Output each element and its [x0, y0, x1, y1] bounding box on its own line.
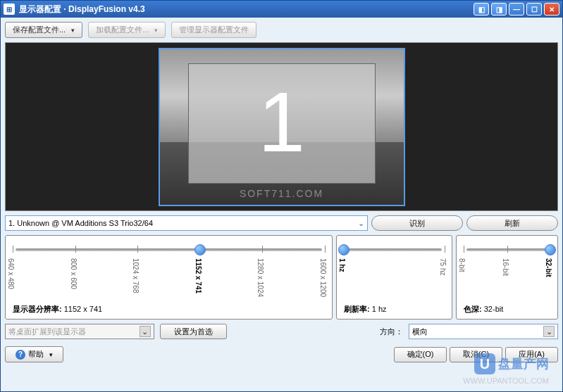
resolution-footer: 显示器分辨率: 1152 x 741	[13, 303, 325, 315]
refresh-rate-panel: 1 hz75 hz 刷新率: 1 hz	[336, 235, 452, 320]
color-depth-slider[interactable]: 8-bit16-bit32-bit	[464, 241, 550, 303]
load-profile-button[interactable]: 加载配置文件...	[88, 22, 166, 38]
refresh-button[interactable]: 刷新	[466, 215, 558, 231]
help-icon: ?	[16, 350, 25, 360]
apply-button[interactable]: 应用(A)	[505, 347, 558, 362]
refresh-rate-footer: 刷新率: 1 hz	[344, 303, 445, 315]
color-depth-thumb[interactable]	[545, 244, 556, 255]
color-depth-footer: 色深: 32-bit	[464, 303, 550, 315]
identify-button[interactable]: 识别	[371, 215, 463, 231]
tick-label: 8-bit	[458, 258, 466, 272]
window: ⊞ 显示器配置 · DisplayFusion v4.3 ◧ ◨ — ☐ ✕ 保…	[0, 0, 563, 392]
preview-watermark: SOFT711.COM	[240, 188, 323, 199]
tick-label: 640 x 480	[7, 258, 15, 289]
minimize-button[interactable]: —	[509, 3, 524, 15]
extend-desktop-label: 将桌面扩展到该显示器	[8, 327, 86, 337]
monitor-1-preview[interactable]: 1 SOFT711.COM	[159, 48, 405, 206]
save-profile-button[interactable]: 保存配置文件...	[5, 22, 82, 38]
refresh-rate-thumb[interactable]	[338, 244, 349, 255]
resolution-thumb[interactable]	[194, 244, 206, 255]
tick-label: 1152 x 741	[194, 258, 202, 293]
tick-label: 1280 x 1024	[256, 258, 264, 297]
color-depth-panel: 8-bit16-bit32-bit 色深: 32-bit	[456, 235, 558, 320]
monitor-select[interactable]: 1. Unknown @ VM Additions S3 Trio32/64 ⌄	[5, 215, 368, 231]
set-primary-button[interactable]: 设置为首选	[160, 324, 227, 339]
tick-label: 75 hz	[439, 258, 447, 275]
ok-button[interactable]: 确定(O)	[394, 347, 447, 362]
maximize-button[interactable]: ☐	[526, 3, 542, 15]
cancel-button[interactable]: 取消(C)	[450, 347, 502, 362]
toolbar: 保存配置文件... 加载配置文件... 管理显示器配置文件	[5, 22, 558, 38]
resolution-panel: 640 x 480800 x 6001024 x 7681152 x 74112…	[5, 235, 333, 320]
action-row: ? 帮助 确定(O) 取消(C) 应用(A)	[5, 346, 558, 362]
tick-label: 1600 x 1200	[319, 258, 327, 297]
close-button[interactable]: ✕	[544, 3, 559, 15]
sliders-row: 640 x 480800 x 6001024 x 7681152 x 74112…	[5, 235, 558, 320]
chevron-down-icon: ⌄	[140, 326, 151, 337]
manage-profile-label: 管理显示器配置文件	[179, 25, 249, 35]
tick-label: 1 hz	[338, 258, 346, 272]
refresh-rate-slider[interactable]: 1 hz75 hz	[344, 241, 445, 303]
chevron-down-icon: ⌄	[543, 326, 555, 337]
window-title: 显示器配置 · DisplayFusion v4.3	[19, 4, 474, 15]
load-profile-label: 加载配置文件...	[96, 25, 149, 35]
save-profile-label: 保存配置文件...	[13, 25, 66, 35]
monitor-preview-area: 1 SOFT711.COM	[5, 42, 558, 211]
orientation-value: 横向	[412, 327, 428, 337]
help-button[interactable]: ? 帮助	[5, 346, 63, 362]
app-icon: ⊞	[4, 4, 15, 15]
help-label: 帮助	[28, 349, 44, 360]
extend-row: 将桌面扩展到该显示器 ⌄ 设置为首选 方向： 横向 ⌄	[5, 324, 558, 339]
chevron-down-icon: ⌄	[358, 219, 364, 228]
orientation-select[interactable]: 横向 ⌄	[409, 324, 558, 339]
monitor-select-value: 1. Unknown @ VM Additions S3 Trio32/64	[8, 219, 153, 227]
monitor-number: 1	[258, 73, 305, 170]
tick-label: 16-bit	[502, 258, 509, 276]
extend-desktop-select[interactable]: 将桌面扩展到该显示器 ⌄	[5, 324, 154, 339]
monitor-selector-row: 1. Unknown @ VM Additions S3 Trio32/64 ⌄…	[5, 215, 558, 231]
tile-right-button[interactable]: ◨	[491, 3, 507, 15]
tile-left-button[interactable]: ◧	[474, 3, 489, 15]
orientation-label: 方向：	[380, 327, 403, 337]
titlebar: ⊞ 显示器配置 · DisplayFusion v4.3 ◧ ◨ — ☐ ✕	[1, 1, 562, 18]
tick-label: 800 x 600	[70, 258, 78, 289]
tick-label: 32-bit	[545, 258, 552, 277]
tick-label: 1024 x 768	[132, 258, 140, 293]
manage-profile-button[interactable]: 管理显示器配置文件	[171, 22, 256, 38]
resolution-slider[interactable]: 640 x 480800 x 6001024 x 7681152 x 74112…	[13, 241, 325, 303]
client-area: 保存配置文件... 加载配置文件... 管理显示器配置文件 1 SOFT711.…	[1, 18, 562, 391]
